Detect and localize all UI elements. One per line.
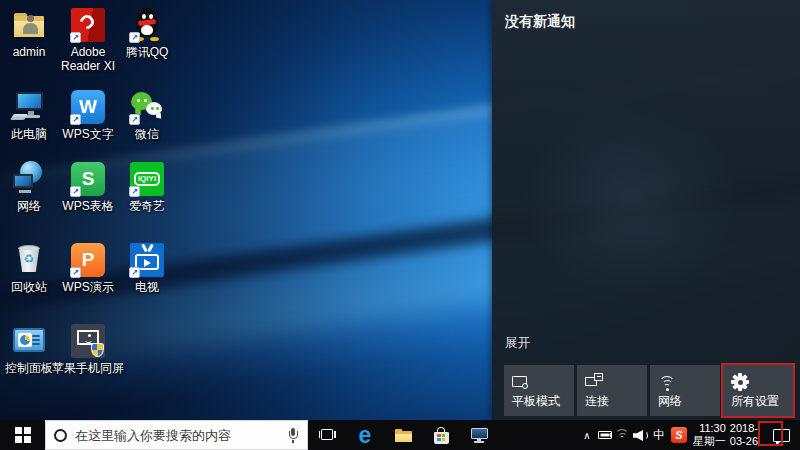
shortcut-arrow-icon: ↗: [129, 32, 140, 43]
shortcut-arrow-icon: ↗: [129, 186, 140, 197]
panel-glow: [523, 105, 739, 294]
quick-action-label: 网络: [658, 393, 682, 410]
shortcut-arrow-icon: ↗: [129, 114, 140, 125]
quick-action-tablet-mode[interactable]: 平板模式: [504, 365, 574, 416]
computer-app-button[interactable]: [460, 420, 498, 450]
network-icon: [11, 161, 47, 197]
desktop-icon-admin[interactable]: [11, 7, 47, 43]
computer-app-icon: [471, 428, 488, 443]
expand-toggle[interactable]: 展开: [505, 335, 530, 352]
desktop-icon-label: 爱奇艺: [110, 199, 184, 213]
shortcut-arrow-icon: ↗: [70, 186, 81, 197]
edge-button[interactable]: e: [346, 420, 384, 450]
desktop-icon-this-pc[interactable]: [11, 89, 47, 125]
shortcut-arrow-icon: ↗: [70, 267, 81, 278]
desktop-icon-label: 电视: [110, 280, 184, 294]
desktop-icon-label: 腾讯QQ: [110, 45, 184, 59]
windows-logo-icon: [15, 427, 31, 443]
control-panel-icon: [11, 323, 47, 359]
desktop-icon-iqiyi[interactable]: iQIYI↗: [129, 161, 165, 197]
wifi-tray-icon[interactable]: [614, 420, 632, 450]
clock-date: 2018-03-26: [726, 422, 758, 448]
recycle-bin-icon: ♻: [11, 242, 47, 278]
taskbar-search-box[interactable]: [45, 420, 308, 450]
desktop-icon-wps-presentation[interactable]: P↗: [70, 242, 106, 278]
desktop-icon-label: 苹果手机同屏: [51, 361, 125, 375]
shortcut-arrow-icon: ↗: [70, 32, 81, 43]
action-center-button[interactable]: [762, 420, 800, 450]
desktop-icon-tencent-qq[interactable]: ↗: [129, 7, 165, 43]
settings-gear-icon: [731, 373, 751, 393]
volume-icon[interactable]: [632, 420, 650, 450]
quick-action-network[interactable]: 网络: [650, 365, 720, 416]
clock-time: 11:30 星期一: [690, 422, 726, 448]
ime-indicator[interactable]: 中: [650, 420, 668, 450]
desktop-icon-tv[interactable]: ↗: [129, 242, 165, 278]
admin-icon: [11, 7, 47, 43]
connect-icon: [585, 373, 605, 393]
clock[interactable]: 11:30 星期一 2018-03-26: [690, 420, 762, 450]
desktop-icon-wps-spreadsheet[interactable]: S↗: [70, 161, 106, 197]
desktop-icon-network[interactable]: [11, 161, 47, 197]
battery-icon[interactable]: [595, 420, 614, 450]
action-center-icon: [773, 429, 790, 442]
sogou-input-icon[interactable]: S: [668, 420, 690, 450]
edge-icon: e: [359, 425, 372, 445]
quick-action-label: 平板模式: [512, 393, 560, 410]
windows-desktop: admin↗Adobe Reader XI↗腾讯QQ此电脑W↗WPS文字↗微信网…: [0, 0, 800, 450]
file-explorer-icon: [395, 429, 412, 442]
search-input[interactable]: [75, 428, 279, 443]
shortcut-arrow-icon: ↗: [129, 267, 140, 278]
desktop-icon-wps-writer[interactable]: W↗: [70, 89, 106, 125]
quick-action-connect[interactable]: 连接: [577, 365, 647, 416]
quick-action-all-settings[interactable]: 所有设置: [723, 365, 793, 416]
no-new-notifications-text: 没有新通知: [505, 13, 575, 31]
start-button[interactable]: [0, 420, 45, 450]
cortana-icon: [54, 429, 67, 442]
wifi-icon: [658, 373, 678, 393]
quick-action-label: 连接: [585, 393, 609, 410]
task-view-button[interactable]: [308, 420, 346, 450]
hidden-icons-chevron[interactable]: ∧: [579, 420, 595, 450]
desktop-icon-control-panel[interactable]: [11, 323, 47, 359]
desktop-icon-recycle-bin[interactable]: ♻: [11, 242, 47, 278]
store-icon: [434, 432, 449, 444]
iphone-mirroring-icon: [70, 323, 106, 359]
store-button[interactable]: [422, 420, 460, 450]
file-explorer-button[interactable]: [384, 420, 422, 450]
tablet-mode-icon: [512, 373, 532, 393]
quick-actions-row: 平板模式连接网络所有设置: [504, 365, 793, 416]
microphone-icon[interactable]: [287, 428, 299, 443]
task-view-icon: [319, 429, 336, 441]
this-pc-icon: [11, 89, 47, 125]
system-tray: ∧ 中 S 11:30 星期一 2018-03-26: [579, 420, 800, 450]
taskbar: e ∧ 中 S: [0, 420, 800, 450]
desktop-icon-iphone-mirroring[interactable]: [70, 323, 106, 359]
desktop-icon-label: 微信: [110, 127, 184, 141]
quick-action-label: 所有设置: [731, 393, 779, 410]
action-center-panel: 没有新通知 展开 平板模式连接网络所有设置: [492, 0, 800, 420]
desktop-icon-adobe-reader-xi[interactable]: ↗: [70, 7, 106, 43]
shortcut-arrow-icon: ↗: [70, 114, 81, 125]
desktop-icon-wechat[interactable]: ↗: [129, 89, 165, 125]
